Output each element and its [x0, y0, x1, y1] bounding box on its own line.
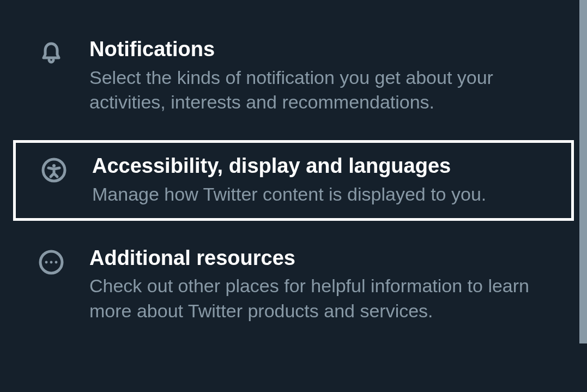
icon-container: [13, 37, 89, 67]
settings-list: Notifications Select the kinds of notifi…: [0, 0, 587, 339]
bell-icon: [38, 40, 64, 67]
icon-container: [16, 154, 92, 183]
item-title: Additional resources: [89, 246, 558, 271]
svg-point-1: [52, 164, 56, 167]
scrollbar[interactable]: [579, 0, 587, 343]
item-description: Manage how Twitter content is displayed …: [92, 182, 555, 207]
text-container: Notifications Select the kinds of notifi…: [89, 37, 574, 115]
accessibility-icon: [41, 157, 67, 183]
settings-item-accessibility[interactable]: Accessibility, display and languages Man…: [13, 140, 574, 220]
text-container: Accessibility, display and languages Man…: [92, 154, 571, 207]
svg-point-4: [50, 261, 53, 263]
item-title: Accessibility, display and languages: [92, 154, 555, 179]
more-horizontal-icon: [38, 249, 64, 275]
icon-container: [13, 246, 89, 275]
item-title: Notifications: [89, 37, 558, 62]
item-description: Check out other places for helpful infor…: [89, 274, 558, 324]
text-container: Additional resources Check out other pla…: [89, 246, 574, 324]
svg-point-3: [45, 261, 48, 263]
svg-point-5: [55, 261, 58, 263]
settings-item-notifications[interactable]: Notifications Select the kinds of notifi…: [0, 22, 587, 130]
item-description: Select the kinds of notification you get…: [89, 65, 558, 116]
settings-item-resources[interactable]: Additional resources Check out other pla…: [0, 231, 587, 339]
